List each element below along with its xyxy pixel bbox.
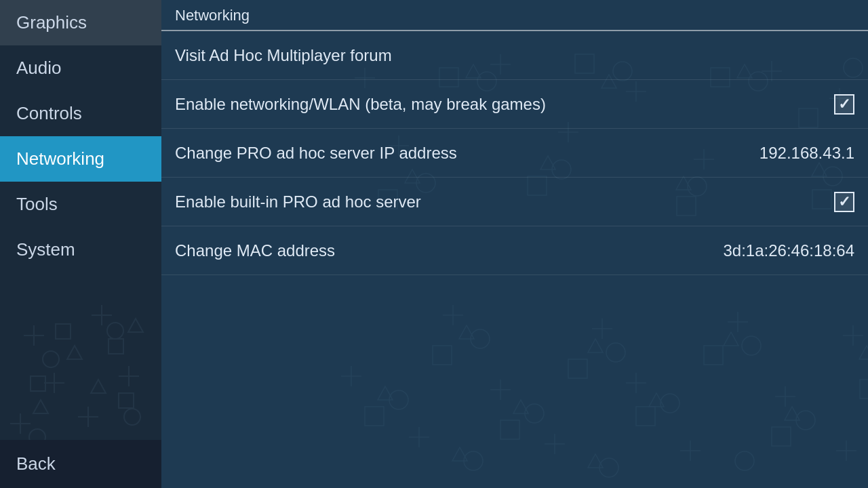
svg-point-113: [599, 458, 618, 477]
sidebar-item-audio[interactable]: Audio: [0, 45, 161, 91]
sidebar-nav: Graphics Audio Controls Networking Tools…: [0, 0, 161, 440]
svg-point-111: [796, 411, 815, 430]
sidebar-item-controls[interactable]: Controls: [0, 91, 161, 136]
back-button[interactable]: Back: [0, 440, 161, 488]
setting-label-adhoc-forum: Visit Ad Hoc Multiplayer forum: [175, 46, 392, 65]
svg-rect-79: [860, 380, 868, 399]
svg-marker-88: [588, 339, 603, 352]
svg-marker-87: [459, 325, 474, 339]
setting-pro-adhoc-ip[interactable]: Change PRO ad hoc server IP address 192.…: [161, 129, 868, 178]
svg-marker-90: [859, 346, 868, 359]
settings-list: Visit Ad Hoc Multiplayer forum Enable ne…: [161, 31, 868, 275]
svg-point-112: [464, 451, 483, 470]
setting-label-change-mac: Change MAC address: [175, 241, 335, 260]
svg-marker-96: [588, 454, 603, 468]
svg-point-107: [742, 336, 761, 355]
content-header: Networking: [161, 0, 868, 31]
sidebar-item-networking[interactable]: Networking: [0, 136, 161, 182]
svg-marker-94: [785, 407, 800, 420]
svg-point-109: [525, 404, 544, 423]
setting-label-pro-adhoc-ip: Change PRO ad hoc server IP address: [175, 144, 457, 163]
svg-rect-76: [500, 420, 519, 439]
checkbox-enable-networking[interactable]: [834, 94, 854, 115]
sidebar-item-tools[interactable]: Tools: [0, 182, 161, 227]
sidebar-item-system[interactable]: System: [0, 227, 161, 272]
svg-rect-75: [365, 407, 384, 426]
setting-label-enable-pro-server: Enable built-in PRO ad hoc server: [175, 192, 421, 211]
setting-enable-pro-server[interactable]: Enable built-in PRO ad hoc server: [161, 178, 868, 226]
setting-enable-networking[interactable]: Enable networking/WLAN (beta, may break …: [161, 80, 868, 129]
setting-label-enable-networking: Enable networking/WLAN (beta, may break …: [175, 95, 546, 114]
svg-point-105: [471, 329, 490, 348]
setting-change-mac[interactable]: Change MAC address 3d:1a:26:46:18:64: [161, 226, 868, 275]
checkbox-enable-pro-server[interactable]: [834, 192, 854, 212]
main-content: Networking Visit Ad Hoc Multiplayer foru…: [161, 0, 868, 488]
svg-point-114: [735, 451, 754, 470]
svg-rect-74: [704, 346, 723, 365]
setting-value-pro-adhoc-ip: 192.168.43.1: [760, 144, 854, 163]
svg-point-108: [389, 390, 408, 409]
page-title: Networking: [175, 7, 250, 24]
svg-marker-89: [724, 332, 738, 346]
svg-rect-77: [636, 407, 655, 426]
sidebar-item-graphics[interactable]: Graphics: [0, 0, 161, 45]
svg-rect-73: [568, 359, 587, 378]
svg-marker-93: [649, 393, 664, 407]
svg-point-110: [660, 394, 679, 413]
svg-marker-92: [513, 400, 528, 413]
sidebar: Graphics Audio Controls Networking Tools…: [0, 0, 161, 488]
svg-marker-91: [378, 386, 393, 400]
svg-rect-72: [433, 346, 452, 365]
svg-point-106: [606, 343, 625, 362]
setting-value-change-mac: 3d:1a:26:46:18:64: [723, 241, 854, 260]
svg-rect-78: [772, 427, 791, 446]
setting-adhoc-forum[interactable]: Visit Ad Hoc Multiplayer forum: [161, 31, 868, 80]
svg-marker-95: [452, 447, 467, 461]
